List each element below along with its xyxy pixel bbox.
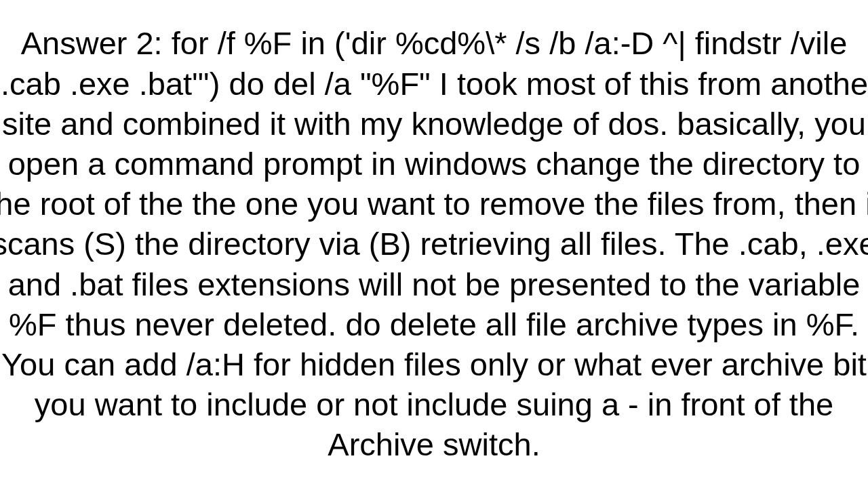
answer-body-text: Answer 2: for /f %F in ('dir %cd%\* /s /… xyxy=(0,23,868,464)
document-page: Answer 2: for /f %F in ('dir %cd%\* /s /… xyxy=(0,0,868,488)
